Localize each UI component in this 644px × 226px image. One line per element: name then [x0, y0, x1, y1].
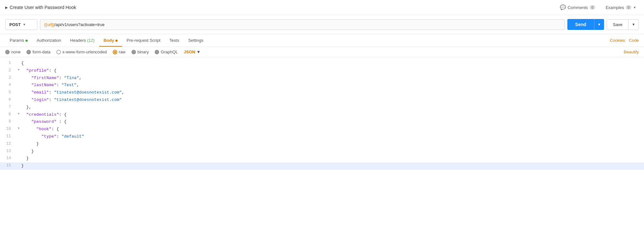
url-template-part: {{url}}: [44, 22, 54, 27]
json-brace: }: [31, 149, 34, 154]
line-number: 6: [0, 97, 16, 103]
code-line-12: 12 }: [0, 140, 644, 148]
json-key: "login": [31, 97, 49, 102]
line-content: "credentials": {: [21, 112, 644, 118]
save-dropdown-button[interactable]: ▼: [628, 20, 639, 30]
comments-button[interactable]: 💬 Comments 0: [557, 3, 598, 12]
code-button[interactable]: Code: [629, 38, 639, 43]
body-type-form-data[interactable]: form-data: [26, 50, 51, 54]
json-brace: ,: [77, 83, 79, 87]
tab-authorization[interactable]: Authorization: [32, 34, 66, 47]
line-content: }: [21, 155, 644, 162]
params-dot: [25, 40, 28, 42]
json-brace: [21, 141, 36, 146]
tab-headers[interactable]: Headers (12): [66, 34, 99, 47]
json-brace: ,: [79, 76, 82, 80]
line-number: 1: [0, 60, 16, 66]
body-type-binary[interactable]: binary: [131, 50, 149, 54]
json-string: "Tina": [64, 76, 79, 80]
line-number: 15: [0, 163, 16, 169]
tab-pre-request[interactable]: Pre-request Script: [122, 34, 165, 47]
json-string: "Test": [62, 83, 77, 87]
json-string: "tinatest@doesnotexist.com": [54, 97, 122, 102]
line-number: 10: [0, 126, 16, 132]
line-number: 4: [0, 82, 16, 88]
body-type-graphql[interactable]: GraphQL: [155, 50, 178, 54]
code-editor[interactable]: 1{2▼ "profile": {3 "firstName": "Tina",4…: [0, 57, 644, 172]
json-brace: }: [36, 141, 39, 146]
json-brace: : {: [52, 127, 59, 131]
json-brace: {: [21, 61, 24, 66]
json-brace: ,: [122, 90, 124, 95]
collapse-icon[interactable]: ▼: [16, 68, 21, 73]
url-input-wrapper[interactable]: {{url}}/api/v1/users?activate=true: [40, 19, 565, 30]
examples-badge: 0: [626, 5, 631, 10]
json-brace: : {: [56, 119, 66, 124]
json-brace: [21, 119, 31, 124]
tab-params[interactable]: Params: [5, 34, 32, 47]
line-content: }: [21, 148, 644, 155]
tabs-list: Params Authorization Headers (12) Body P…: [5, 34, 208, 47]
format-dropdown[interactable]: JSON ▼: [184, 50, 200, 54]
code-line-13: 13 }: [0, 148, 644, 155]
json-brace: [21, 76, 31, 80]
body-type-none[interactable]: none: [5, 50, 21, 54]
tabs-row: Params Authorization Headers (12) Body P…: [0, 34, 644, 47]
examples-button[interactable]: Examples 0 ▼: [603, 4, 639, 11]
json-brace: :: [59, 76, 64, 80]
code-line-14: 14 }: [0, 155, 644, 162]
body-type-row: none form-data x-www-form-urlencoded raw…: [0, 47, 644, 57]
line-number: 2: [0, 68, 16, 74]
request-title: Create User with Password Hook: [10, 5, 76, 10]
body-type-raw[interactable]: raw: [113, 50, 126, 54]
json-brace: [21, 134, 41, 139]
code-line-7: 7 },: [0, 104, 644, 111]
save-button[interactable]: Save: [607, 20, 628, 30]
cookies-button[interactable]: Cookies: [610, 38, 625, 43]
line-number: 14: [0, 155, 16, 161]
json-key: "credentials": [26, 112, 59, 117]
json-key: "hook": [36, 127, 52, 131]
tab-body[interactable]: Body: [99, 34, 122, 47]
line-content: "profile": {: [21, 68, 644, 74]
code-line-2: 2▼ "profile": {: [0, 67, 644, 75]
json-key: "type": [41, 134, 56, 139]
tab-tests[interactable]: Tests: [165, 34, 184, 47]
json-brace: [21, 83, 31, 87]
format-chevron-icon: ▼: [197, 50, 201, 54]
body-type-urlencoded[interactable]: x-www-form-urlencoded: [56, 50, 107, 54]
title-bar: ▶ Create User with Password Hook 💬 Comme…: [0, 0, 644, 15]
send-dropdown-button[interactable]: ▼: [594, 19, 604, 30]
code-line-9: 9 "password" : {: [0, 118, 644, 126]
radio-form-data-icon: [26, 50, 31, 54]
method-chevron-icon: ▼: [23, 23, 26, 26]
json-brace: :: [49, 97, 54, 102]
method-selector[interactable]: POST ▼: [5, 19, 37, 30]
line-number: 5: [0, 89, 16, 95]
line-content: }: [21, 163, 644, 169]
code-line-1: 1{: [0, 60, 644, 67]
line-number: 7: [0, 104, 16, 110]
json-brace: }: [26, 156, 29, 161]
collapse-icon[interactable]: ▼: [16, 126, 21, 131]
line-number: 13: [0, 148, 16, 154]
tabs-right-actions: Cookies Code: [610, 38, 639, 43]
expand-icon[interactable]: ▶: [5, 5, 8, 10]
examples-label: Examples: [606, 5, 624, 10]
line-number: 11: [0, 133, 16, 140]
line-content: "lastName": "Test",: [21, 82, 644, 89]
json-string: "tinatest@doesnotexist.com": [54, 90, 122, 95]
code-line-15: 15}: [0, 162, 644, 170]
json-brace: }: [21, 163, 24, 168]
send-button-group: Send ▼: [567, 19, 604, 30]
send-button[interactable]: Send: [567, 19, 594, 30]
json-brace: :: [56, 83, 62, 87]
collapse-icon[interactable]: ▼: [16, 112, 21, 117]
tab-settings[interactable]: Settings: [184, 34, 208, 47]
method-label: POST: [9, 22, 21, 27]
json-brace: :: [56, 134, 62, 139]
beautify-button[interactable]: Beautify: [624, 50, 639, 54]
body-dot: [115, 40, 118, 42]
radio-none-icon: [5, 50, 10, 54]
json-brace: },: [26, 105, 32, 110]
